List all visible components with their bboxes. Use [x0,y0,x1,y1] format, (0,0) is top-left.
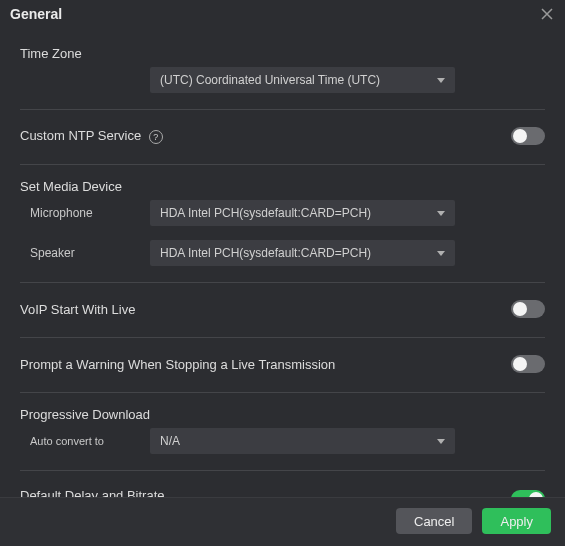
microphone-label: Microphone [20,206,150,220]
dialog-header: General [0,0,565,24]
auto-convert-label: Auto convert to [20,435,150,447]
time-zone-value: (UTC) Coordinated Universal Time (UTC) [160,73,380,87]
section-set-media: Set Media Device Microphone HDA Intel PC… [20,165,545,283]
default-delay-label: Default Delay and Bitrate [20,488,165,497]
custom-ntp-label: Custom NTP Service ? [20,128,163,144]
auto-convert-value: N/A [160,434,180,448]
time-zone-label: Time Zone [20,46,545,61]
microphone-select[interactable]: HDA Intel PCH(sysdefault:CARD=PCH) [150,200,455,226]
custom-ntp-toggle[interactable] [511,127,545,145]
prompt-warning-toggle[interactable] [511,355,545,373]
help-icon[interactable]: ? [149,130,163,144]
section-custom-ntp: Custom NTP Service ? [20,110,545,165]
prompt-warning-label: Prompt a Warning When Stopping a Live Tr… [20,357,335,372]
dialog-body: Time Zone (UTC) Coordinated Universal Ti… [0,24,565,497]
speaker-value: HDA Intel PCH(sysdefault:CARD=PCH) [160,246,371,260]
section-voip: VoIP Start With Live [20,283,545,338]
section-progressive-download: Progressive Download Auto convert to N/A [20,393,545,471]
voip-label: VoIP Start With Live [20,302,135,317]
microphone-value: HDA Intel PCH(sysdefault:CARD=PCH) [160,206,371,220]
general-settings-dialog: General Time Zone (UTC) Coordinated Univ… [0,0,565,546]
set-media-label: Set Media Device [20,179,545,194]
dialog-title: General [10,6,62,22]
cancel-button[interactable]: Cancel [396,508,472,534]
speaker-label: Speaker [20,246,150,260]
voip-toggle[interactable] [511,300,545,318]
speaker-select[interactable]: HDA Intel PCH(sysdefault:CARD=PCH) [150,240,455,266]
section-time-zone: Time Zone (UTC) Coordinated Universal Ti… [20,32,545,110]
progressive-download-label: Progressive Download [20,407,545,422]
apply-button[interactable]: Apply [482,508,551,534]
default-delay-toggle[interactable] [511,490,545,498]
dialog-footer: Cancel Apply [0,497,565,546]
section-prompt-warning: Prompt a Warning When Stopping a Live Tr… [20,338,545,393]
close-icon[interactable] [539,6,555,22]
auto-convert-select[interactable]: N/A [150,428,455,454]
section-default-delay: Default Delay and Bitrate [20,471,545,497]
time-zone-select[interactable]: (UTC) Coordinated Universal Time (UTC) [150,67,455,93]
